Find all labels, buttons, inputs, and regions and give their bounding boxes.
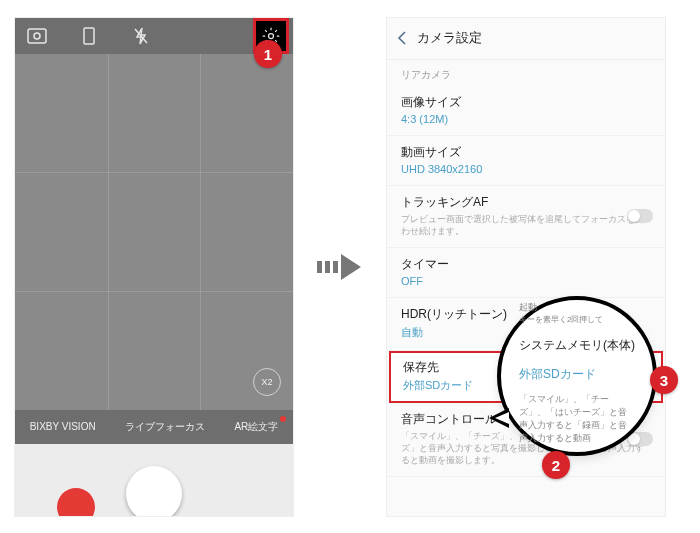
svg-rect-2	[84, 28, 94, 44]
viewfinder[interactable]: X2	[15, 54, 293, 410]
section-rear-camera: リアカメラ	[387, 60, 665, 86]
camera-modes: BIXBY VISION ライブフォーカス AR絵文字	[15, 410, 293, 444]
popup-quicklaunch-title: 起動キーを素早く2回押して	[519, 301, 635, 325]
option-external-sd[interactable]: 外部SDカード	[519, 360, 635, 389]
mode-ar-emoji[interactable]: AR絵文字	[234, 420, 278, 434]
settings-screen: カメラ設定 リアカメラ 画像サイズ 4:3 (12M) 動画サイズ UHD 38…	[386, 17, 666, 517]
popup-faded-text: 「スマイル」、「チーズ」、「はいチーズ」と音声入力すると「録画」と音声入力すると…	[519, 393, 635, 445]
arrow-right-icon	[310, 250, 370, 284]
zoom-toggle[interactable]: X2	[253, 368, 281, 396]
step-badge-3: 3	[650, 366, 678, 394]
mode-bixby[interactable]: BIXBY VISION	[30, 421, 96, 432]
storage-popup: 起動キーを素早く2回押して システムメモリ(本体) 外部SDカード 「スマイル」…	[497, 296, 657, 456]
svg-rect-0	[28, 29, 46, 43]
camera-screen: X2 BIXBY VISION ライブフォーカス AR絵文字	[14, 17, 294, 517]
setting-tracking-af[interactable]: トラッキングAF プレビュー画面で選択した被写体を追尾してフォーカスを合わせ続け…	[387, 186, 665, 248]
setting-video-size[interactable]: 動画サイズ UHD 3840x2160	[387, 136, 665, 186]
new-indicator-icon	[280, 416, 286, 422]
setting-image-size[interactable]: 画像サイズ 4:3 (12M)	[387, 86, 665, 136]
settings-title: カメラ設定	[417, 29, 482, 47]
toggle-tracking-af[interactable]	[627, 209, 653, 223]
camera-top-bar	[15, 18, 293, 54]
back-icon[interactable]	[397, 31, 407, 45]
full-icon[interactable]	[77, 24, 101, 48]
aspect-icon[interactable]	[25, 24, 49, 48]
step-badge-1: 1	[254, 40, 282, 68]
svg-point-4	[269, 33, 274, 38]
svg-point-1	[34, 33, 40, 39]
option-internal-memory[interactable]: システムメモリ(本体)	[519, 331, 635, 360]
svg-rect-7	[333, 261, 338, 273]
mode-live-focus[interactable]: ライブフォーカス	[125, 420, 205, 434]
shutter-button[interactable]	[126, 466, 182, 517]
setting-timer[interactable]: タイマー OFF	[387, 248, 665, 298]
svg-rect-5	[317, 261, 322, 273]
settings-header: カメラ設定	[387, 18, 665, 60]
speech-tail-icon	[489, 408, 509, 428]
record-button[interactable]	[57, 488, 95, 517]
svg-rect-6	[325, 261, 330, 273]
flash-off-icon[interactable]	[129, 24, 153, 48]
step-badge-2: 2	[542, 451, 570, 479]
shutter-bar	[15, 444, 293, 516]
